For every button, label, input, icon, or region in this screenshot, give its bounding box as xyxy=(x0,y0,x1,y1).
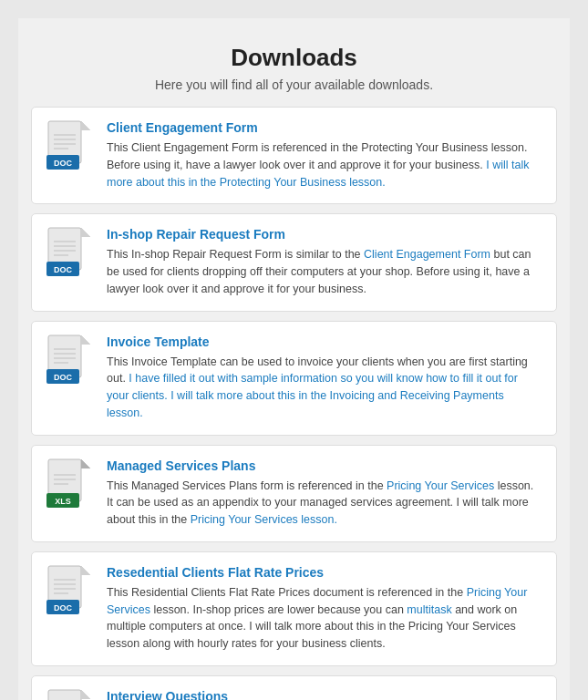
description-text: This Managed Services Plans form is refe… xyxy=(107,479,387,492)
card-title-invoice-template[interactable]: Invoice Template xyxy=(107,335,542,349)
card-content-client-engagement-form: Client Engagement FormThis Client Engage… xyxy=(107,120,542,190)
card-description-residential-clients-flat-rate: This Residential Clients Flat Rate Price… xyxy=(107,584,542,653)
download-card-managed-services-plans: XLS Managed Services PlansThis Managed S… xyxy=(31,445,557,542)
card-content-interview-questions: Interview QuestionsThese interview quest… xyxy=(107,689,542,700)
card-description-in-shop-repair-request-form: This In-shop Repair Request Form is simi… xyxy=(107,246,542,297)
file-icon-client-engagement-form[interactable]: DOC xyxy=(46,120,94,173)
description-link[interactable]: Pricing Your Services lesson. xyxy=(191,513,337,526)
description-link[interactable]: multitask xyxy=(407,603,451,616)
card-content-residential-clients-flat-rate: Resedential Clients Flat Rate PricesThis… xyxy=(107,565,542,653)
card-title-in-shop-repair-request-form[interactable]: In-shop Repair Request Form xyxy=(107,227,542,242)
card-content-invoice-template: Invoice TemplateThis Invoice Template ca… xyxy=(107,335,542,422)
svg-text:DOC: DOC xyxy=(54,373,73,382)
download-card-interview-questions: DOC Interview QuestionsThese interview q… xyxy=(31,675,557,700)
file-icon-interview-questions[interactable]: DOC xyxy=(46,689,94,700)
description-text: Protecting Your Business xyxy=(361,141,488,154)
description-link[interactable]: Pricing Your Services xyxy=(387,479,494,492)
svg-text:DOC: DOC xyxy=(54,159,73,168)
download-card-residential-clients-flat-rate: DOC Resedential Clients Flat Rate Prices… xyxy=(31,551,557,666)
svg-text:XLS: XLS xyxy=(55,497,71,506)
description-text: This Residential Clients Flat Rate Price… xyxy=(107,586,467,599)
file-icon-managed-services-plans[interactable]: XLS xyxy=(46,458,94,511)
card-description-invoice-template: This Invoice Template can be used to inv… xyxy=(107,354,542,422)
description-text: This In-shop Repair Request Form is simi… xyxy=(107,248,364,261)
download-card-client-engagement-form: DOC Client Engagement FormThis Client En… xyxy=(31,107,557,204)
card-content-managed-services-plans: Managed Services PlansThis Managed Servi… xyxy=(107,458,542,529)
svg-marker-38 xyxy=(81,566,90,575)
file-icon-invoice-template[interactable]: DOC xyxy=(46,335,94,387)
svg-text:DOC: DOC xyxy=(54,603,73,612)
page-wrapper: Downloads Here you will find all of your… xyxy=(18,18,570,700)
card-title-managed-services-plans[interactable]: Managed Services Plans xyxy=(107,458,542,473)
card-content-in-shop-repair-request-form: In-shop Repair Request FormThis In-shop … xyxy=(107,227,542,297)
page-subtitle: Here you will find all of your available… xyxy=(36,77,552,92)
svg-marker-47 xyxy=(81,690,90,699)
card-title-interview-questions[interactable]: Interview Questions xyxy=(107,689,542,700)
svg-marker-11 xyxy=(81,228,90,237)
card-title-client-engagement-form[interactable]: Client Engagement Form xyxy=(107,120,542,135)
download-card-invoice-template: DOC Invoice TemplateThis Invoice Templat… xyxy=(31,321,557,436)
page-title: Downloads xyxy=(36,44,552,72)
svg-text:DOC: DOC xyxy=(54,265,73,274)
file-icon-in-shop-repair-request-form[interactable]: DOC xyxy=(46,227,94,280)
svg-rect-45 xyxy=(48,690,81,700)
file-icon-residential-clients-flat-rate[interactable]: DOC xyxy=(46,565,94,618)
description-link[interactable]: Client Engagement Form xyxy=(364,248,490,261)
description-text: This Client Engagement Form is reference… xyxy=(107,141,361,154)
card-description-client-engagement-form: This Client Engagement Form is reference… xyxy=(107,139,542,190)
card-title-residential-clients-flat-rate[interactable]: Resedential Clients Flat Rate Prices xyxy=(107,565,542,580)
download-card-in-shop-repair-request-form: DOC In-shop Repair Request FormThis In-s… xyxy=(31,213,557,311)
svg-marker-20 xyxy=(81,335,90,345)
page-header: Downloads Here you will find all of your… xyxy=(18,27,570,107)
svg-marker-2 xyxy=(81,121,90,130)
card-description-managed-services-plans: This Managed Services Plans form is refe… xyxy=(107,478,542,529)
description-text: lesson. In-shop prices are lower because… xyxy=(150,603,407,616)
downloads-list: DOC Client Engagement FormThis Client En… xyxy=(18,107,570,700)
